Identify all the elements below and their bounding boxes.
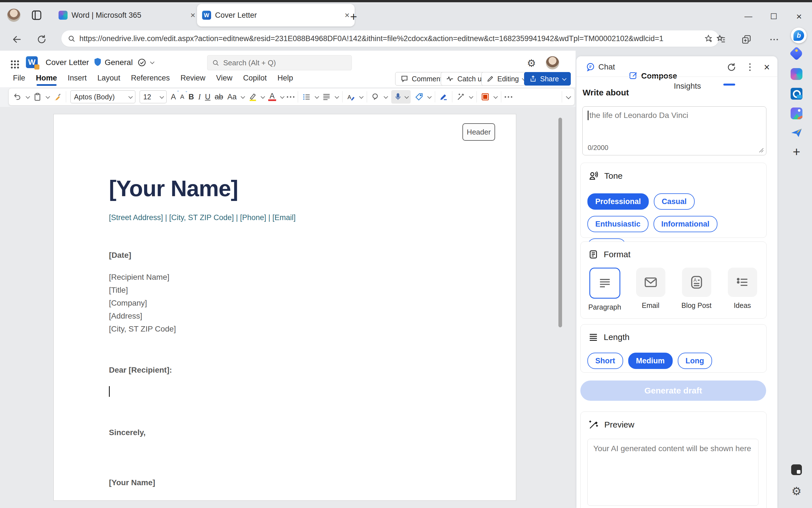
add-favorite-icon[interactable] [704, 34, 713, 43]
shrink-font-icon[interactable]: Aˇ [180, 93, 184, 100]
close-tab-icon[interactable]: × [190, 10, 195, 20]
highlight-color-icon[interactable] [248, 93, 257, 101]
designer-icon[interactable] [481, 93, 489, 101]
word-app-icon[interactable]: W [26, 56, 38, 68]
sidebar-settings-gear-icon[interactable]: ⚙ [789, 484, 804, 498]
panel-more-options-icon[interactable] [749, 67, 751, 68]
ribbon-tab-insert[interactable]: Insert [68, 74, 87, 85]
tone-informational[interactable]: Informational [653, 216, 718, 232]
italic-icon[interactable]: I [198, 93, 201, 101]
window-close-button[interactable]: × [790, 11, 808, 22]
image-creator-icon[interactable] [789, 108, 804, 119]
chevron-down-icon[interactable] [280, 94, 285, 99]
chevron-down-icon[interactable] [261, 94, 265, 99]
resize-handle-icon[interactable] [758, 147, 764, 153]
tone-casual[interactable]: Casual [654, 193, 695, 210]
generate-draft-button[interactable]: Generate draft [581, 381, 766, 401]
favorites-icon[interactable] [716, 34, 726, 44]
chevron-down-icon[interactable] [26, 94, 30, 99]
format-paragraph[interactable]: Paragraph [582, 268, 628, 311]
chevron-down-icon[interactable] [359, 94, 364, 99]
undo-icon[interactable] [13, 93, 22, 101]
ribbon-tab-references[interactable]: References [131, 74, 170, 85]
user-avatar[interactable] [546, 56, 559, 69]
editing-mode-button[interactable]: Editing [481, 72, 530, 86]
ribbon-tab-help[interactable]: Help [277, 74, 293, 85]
length-long[interactable]: Long [678, 353, 712, 369]
settings-gear-icon[interactable]: ⚙ [527, 57, 536, 69]
ribbon-tab-view[interactable]: View [216, 74, 232, 85]
chevron-down-icon[interactable] [241, 94, 245, 99]
grow-font-icon[interactable]: Aˆ [171, 93, 176, 101]
address-bar[interactable]: https://onedrive.live.com/edit.aspx?acti… [61, 30, 719, 47]
styles-icon[interactable]: A [347, 93, 355, 101]
window-minimize-button[interactable]: — [740, 11, 757, 22]
format-email[interactable]: Email [628, 268, 674, 311]
font-size-select[interactable]: 12 [140, 90, 167, 103]
tone-enthusiastic[interactable]: Enthusiastic [587, 216, 648, 232]
find-icon[interactable] [371, 93, 380, 101]
browser-settings-menu-icon[interactable] [773, 39, 775, 40]
more-toolbar-options-icon[interactable] [508, 96, 509, 98]
document-title[interactable]: Cover Letter [46, 58, 89, 67]
font-color-icon[interactable]: A [268, 93, 276, 101]
chevron-down-icon[interactable] [46, 94, 50, 99]
back-icon[interactable] [12, 34, 22, 44]
strikethrough-icon[interactable]: ab [215, 93, 223, 101]
window-maximize-button[interactable]: ☐ [765, 11, 782, 22]
shopping-icon[interactable] [789, 48, 804, 58]
collapse-ribbon-icon[interactable] [566, 94, 571, 99]
ribbon-tab-home[interactable]: Home [36, 74, 57, 85]
chevron-down-icon[interactable] [315, 94, 319, 99]
tab-cover-letter[interactable]: W Cover Letter × [197, 4, 355, 27]
word-search-input[interactable]: Search (Alt + Q) [207, 55, 352, 70]
bullet-list-icon[interactable] [302, 93, 311, 101]
close-tab-icon[interactable]: × [344, 10, 350, 20]
vertical-tabs-icon[interactable] [31, 9, 42, 21]
ribbon-tab-file[interactable]: File [13, 74, 25, 85]
ribbon-tab-layout[interactable]: Layout [97, 74, 120, 85]
add-sidebar-app-icon[interactable]: + [789, 144, 804, 159]
outlook-icon[interactable] [789, 88, 804, 100]
paste-clipboard-icon[interactable] [33, 93, 42, 101]
chevron-down-icon[interactable] [494, 94, 498, 99]
ribbon-tab-review[interactable]: Review [180, 74, 206, 85]
app-launcher-waffle-icon[interactable] [9, 59, 20, 70]
tab-chat[interactable]: Chat [586, 62, 787, 72]
chevron-down-icon[interactable] [404, 94, 409, 99]
header-region-button[interactable]: Header [462, 123, 495, 141]
save-status-icon[interactable] [137, 58, 146, 67]
share-button[interactable]: Share [524, 72, 571, 86]
underline-icon[interactable]: U [205, 93, 211, 101]
sidebar-panel-icon[interactable] [789, 464, 804, 475]
chevron-down-icon[interactable] [427, 94, 432, 99]
change-case-icon[interactable]: Aa [227, 93, 237, 101]
browser-profile-avatar[interactable] [7, 9, 20, 22]
dictate-button[interactable] [391, 90, 411, 103]
more-font-options-icon[interactable] [290, 96, 291, 98]
microsoft-365-icon[interactable] [789, 68, 804, 80]
refresh-icon[interactable] [37, 34, 47, 44]
font-name-select[interactable]: Aptos (Body) [70, 90, 135, 103]
editor-icon[interactable] [439, 93, 448, 101]
collections-icon[interactable] [741, 34, 752, 44]
document-page[interactable]: [Your Name] [Street Address] | [City, ST… [53, 114, 516, 501]
chevron-down-icon[interactable] [335, 94, 339, 99]
tab-word-microsoft-365[interactable]: Word | Microsoft 365 × [53, 4, 201, 27]
chevron-down-icon[interactable] [384, 94, 388, 99]
format-ideas[interactable]: Ideas [719, 268, 765, 311]
sensitivity-icon[interactable] [415, 93, 423, 101]
format-blog-post[interactable]: A Blog Post [674, 268, 719, 311]
autocorrect-magic-icon[interactable] [457, 93, 465, 101]
drop-icon[interactable] [789, 127, 804, 139]
panel-close-icon[interactable]: × [764, 61, 770, 73]
tone-professional[interactable]: Professional [587, 193, 649, 210]
document-scrollbar-thumb[interactable] [558, 118, 562, 327]
bold-icon[interactable]: B [188, 93, 194, 101]
sensitivity-label[interactable]: General [105, 58, 133, 67]
line-spacing-icon[interactable] [322, 93, 331, 101]
format-painter-icon[interactable] [53, 93, 61, 101]
length-medium[interactable]: Medium [628, 353, 673, 369]
topic-input[interactable]: the life of Leonardo Da Vinci 0/2000 [582, 107, 766, 155]
chevron-down-icon[interactable] [469, 94, 473, 99]
